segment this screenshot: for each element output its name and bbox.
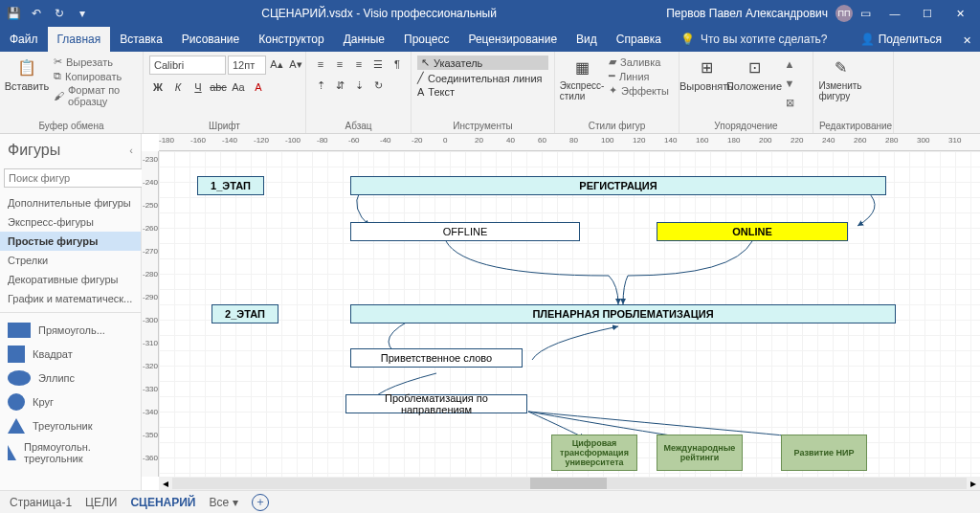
decrease-font-icon[interactable]: A▾ (287, 56, 304, 73)
tab-file[interactable]: Файл (0, 27, 48, 52)
shape-dir3[interactable]: Развитие НИР (781, 435, 867, 471)
rotate-icon[interactable]: ↻ (369, 77, 387, 94)
express-styles-button[interactable]: ▦ Экспресс-стили (561, 56, 603, 101)
group-tools: ↖Указатель ╱Соединительная линия AТекст … (412, 52, 555, 133)
add-page-button[interactable]: ＋ (252, 494, 269, 511)
tab-home[interactable]: Главная (48, 27, 111, 52)
format-painter-button[interactable]: 🖌Формат по образцу (54, 84, 137, 107)
shape-online[interactable]: ONLINE (657, 222, 848, 241)
shape-triangle[interactable]: Треугольник (2, 414, 139, 437)
undo-icon[interactable]: ↶ (27, 4, 46, 23)
group-font: Calibri 12пт A▴ A▾ Ж К Ч abc Aa A Шрифт (144, 52, 306, 133)
tab-insert[interactable]: Вставка (110, 27, 172, 52)
page-tab-2[interactable]: ЦЕЛИ (85, 496, 117, 509)
stencil-category[interactable]: Стрелки (0, 251, 141, 270)
valign-bot-icon[interactable]: ⇣ (350, 77, 368, 94)
bold-button[interactable]: Ж (149, 78, 167, 96)
font-size-select[interactable]: 12пт (228, 56, 266, 75)
send-back-icon[interactable]: ▼ (781, 75, 798, 92)
shape-stage1[interactable]: 1_ЭТАП (197, 176, 264, 195)
shape-problem[interactable]: Проблематизация по направлениям (345, 394, 527, 413)
collapse-icon[interactable]: ‹ (129, 145, 133, 156)
redo-icon[interactable]: ↻ (50, 4, 69, 23)
tell-me[interactable]: 💡 Что вы хотите сделать? (671, 27, 849, 52)
doc-close-button[interactable]: ✕ (953, 27, 980, 54)
horizontal-scrollbar[interactable]: ◂ ▸ (159, 477, 980, 490)
increase-font-icon[interactable]: A▴ (268, 56, 285, 73)
position-button[interactable]: ⊡Положение (733, 56, 775, 92)
page-tab-all[interactable]: Все ▾ (209, 496, 237, 509)
page-tab-3[interactable]: СЦЕНАРИЙ (130, 496, 195, 509)
rtl-icon[interactable]: ¶ (389, 56, 406, 73)
stencil-category[interactable]: Экспресс-фигуры (0, 212, 141, 232)
share-button[interactable]: 👤 Поделиться (849, 27, 953, 52)
tab-design[interactable]: Конструктор (249, 27, 333, 52)
tab-data[interactable]: Данные (334, 27, 394, 52)
scroll-right-icon[interactable]: ▸ (967, 477, 980, 490)
copy-button[interactable]: ⧉Копировать (54, 70, 137, 82)
align-button[interactable]: ⊞Выровнять (685, 56, 727, 92)
canvas[interactable]: 1_ЭТАП РЕГИСТРАЦИЯ OFFLINE ONLINE 2_ЭТАП… (159, 151, 980, 477)
text-tool[interactable]: AТекст (417, 86, 548, 98)
canvas-wrap: -180-160-140-120-100-80-60-40-2002040608… (142, 134, 980, 490)
tab-draw[interactable]: Рисование (172, 27, 249, 52)
tab-help[interactable]: Справка (607, 27, 671, 52)
valign-top-icon[interactable]: ⇡ (312, 77, 329, 94)
caps-button[interactable]: Aa (230, 78, 247, 96)
shape-stage2[interactable]: 2_ЭТАП (212, 304, 278, 323)
align-center-icon[interactable]: ≡ (331, 56, 348, 73)
shape-plenary[interactable]: ПЛЕНАРНАЯ ПРОБЛЕМАТИЗАЦИЯ (350, 304, 896, 323)
save-icon[interactable]: 💾 (4, 4, 23, 23)
stencil-category[interactable]: Дополнительные фигуры (0, 193, 141, 212)
maximize-button[interactable]: ☐ (911, 0, 944, 27)
tab-process[interactable]: Процесс (394, 27, 458, 52)
font-name-select[interactable]: Calibri (149, 56, 226, 75)
circle-icon (8, 393, 25, 411)
scroll-left-icon[interactable]: ◂ (159, 477, 172, 490)
shape-right-triangle[interactable]: Прямоугольн. треугольник (2, 437, 139, 468)
tab-review[interactable]: Рецензирование (458, 27, 567, 52)
underline-button[interactable]: Ч (189, 78, 207, 96)
stencil-category[interactable]: График и математическ... (0, 289, 141, 308)
paste-button[interactable]: 📋 Вставить (6, 56, 48, 92)
strike-button[interactable]: abc (210, 78, 227, 96)
connector-tool[interactable]: ╱Соединительная линия (417, 72, 548, 84)
shape-welcome[interactable]: Приветственное слово (350, 348, 523, 368)
cut-button[interactable]: ✂Вырезать (54, 56, 137, 68)
shape-dir2[interactable]: Международные рейтинги (657, 435, 743, 471)
stencil-category[interactable]: Декоративные фигуры (0, 270, 141, 289)
shape-ellipse[interactable]: Эллипс (2, 367, 139, 390)
tab-view[interactable]: Вид (567, 27, 607, 52)
qat-more-icon[interactable]: ▾ (73, 4, 92, 23)
bullets-icon[interactable]: ☰ (369, 56, 387, 73)
page-tab-1[interactable]: Страница-1 (10, 496, 72, 509)
italic-button[interactable]: К (169, 78, 187, 96)
shape-rectangle[interactable]: Прямоуголь... (2, 319, 139, 342)
title-center: СЦЕНАРИЙ.vsdx - Visio профессиональный (92, 7, 666, 20)
group-editing: ✎Изменить фигуру Редактирование (813, 52, 894, 133)
shape-circle[interactable]: Круг (2, 390, 139, 414)
user-avatar[interactable]: ПП (835, 5, 853, 22)
ribbon-display-icon[interactable]: ▭ (860, 7, 871, 20)
change-shape-button[interactable]: ✎Изменить фигуру (819, 56, 861, 101)
effects-button[interactable]: ✦Эффекты (609, 84, 669, 97)
group-icon[interactable]: ⊠ (781, 94, 798, 111)
font-color-button[interactable]: A (250, 78, 267, 96)
ribbon-tabs: Файл Главная Вставка Рисование Конструкт… (0, 27, 980, 52)
stencil-category[interactable]: Простые фигуры (0, 232, 141, 251)
shape-square[interactable]: Квадрат (2, 342, 139, 367)
bring-front-icon[interactable]: ▲ (781, 56, 798, 73)
square-icon (8, 346, 25, 363)
shape-dir1[interactable]: Цифровая трансформация университета (551, 435, 637, 471)
align-left-icon[interactable]: ≡ (312, 56, 329, 73)
shape-search-input[interactable] (4, 168, 145, 188)
fill-button[interactable]: ▰Заливка (609, 56, 669, 68)
shape-registration[interactable]: РЕГИСТРАЦИЯ (350, 176, 886, 195)
shape-offline[interactable]: OFFLINE (350, 222, 580, 241)
valign-mid-icon[interactable]: ⇵ (331, 77, 348, 94)
line-button[interactable]: ━Линия (609, 70, 669, 82)
close-button[interactable]: ✕ (944, 0, 976, 27)
pointer-tool[interactable]: ↖Указатель (417, 56, 548, 70)
align-right-icon[interactable]: ≡ (350, 56, 368, 73)
minimize-button[interactable]: — (879, 0, 911, 27)
